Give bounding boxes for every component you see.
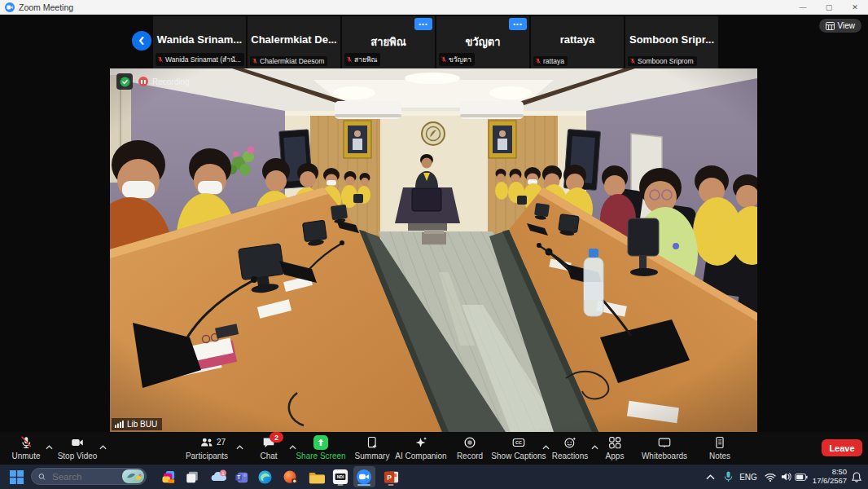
- participant-tile[interactable]: Wanida Srinam... Wanida Srinamat (สำนั..…: [153, 16, 247, 68]
- svg-text:NDI: NDI: [337, 474, 344, 479]
- mic-muted-icon: [629, 58, 636, 64]
- mic-muted-icon: [19, 435, 33, 450]
- record-icon: [462, 435, 477, 450]
- view-button[interactable]: View: [819, 19, 862, 33]
- chat-badge: 2: [270, 432, 283, 443]
- tray-expand-chevron[interactable]: [702, 465, 718, 489]
- running-indicator: [338, 484, 344, 487]
- ndi-app-icon[interactable]: NDI: [331, 467, 350, 487]
- mic-muted-icon: [441, 56, 447, 63]
- leave-button[interactable]: Leave: [822, 439, 862, 456]
- photos-app-icon[interactable]: [280, 467, 300, 487]
- task-view-icon[interactable]: [182, 467, 202, 487]
- tile-more-button[interactable]: •••: [509, 18, 527, 30]
- participant-tile[interactable]: Somboon Sripr... Somboon Sriprom: [625, 16, 719, 68]
- wifi-icon[interactable]: [762, 465, 778, 489]
- notifications-bell-icon[interactable]: [848, 465, 865, 489]
- reactions-icon: [563, 435, 577, 450]
- recording-pause-icon: [138, 77, 148, 86]
- powerpoint-icon[interactable]: P: [381, 467, 401, 487]
- minimize-icon[interactable]: —: [790, 0, 816, 14]
- edge-browser-icon[interactable]: [255, 467, 274, 487]
- speaker-name: Lib BUU: [127, 420, 157, 429]
- title-bar: Zoom Meeting — ▢ ✕: [0, 0, 868, 15]
- participant-tile[interactable]: rattaya rattaya: [531, 16, 625, 68]
- main-speaker-video: Recording Lib BUU: [110, 68, 757, 432]
- maximize-icon[interactable]: ▢: [816, 0, 842, 14]
- audio-level-icon: [115, 421, 124, 428]
- participants-count: 27: [217, 438, 226, 447]
- meeting-area: Wanida Srinam... Wanida Srinamat (สำนั..…: [0, 15, 868, 465]
- close-icon[interactable]: ✕: [842, 0, 868, 14]
- start-button[interactable]: [7, 467, 26, 487]
- captions-icon: CC: [511, 435, 526, 450]
- participant-name: สายพิณ: [342, 33, 435, 51]
- recording-label: Recording: [152, 77, 190, 86]
- participant-tile[interactable]: Chalermkiat De... Chalermkiat Deesom: [248, 16, 341, 68]
- language-indicator[interactable]: ENG: [738, 465, 759, 489]
- battery-icon[interactable]: [792, 465, 810, 489]
- mic-muted-icon: [346, 56, 353, 63]
- participant-label: rattaya: [533, 56, 568, 66]
- meeting-room-scene: [110, 68, 757, 432]
- notes-icon: [712, 435, 727, 450]
- svg-text:T: T: [237, 474, 240, 480]
- ai-companion-icon: [414, 435, 428, 450]
- video-overlay-top: Recording: [116, 73, 190, 90]
- svg-text:P: P: [387, 474, 392, 482]
- participant-name: Chalermkiat De...: [248, 33, 340, 46]
- active-speaker-chip: Lib BUU: [112, 418, 162, 430]
- participant-name: Somboon Sripr...: [625, 33, 718, 46]
- window-title: Zoom Meeting: [19, 2, 73, 12]
- svg-text:1: 1: [221, 471, 224, 476]
- video-options-chevron[interactable]: [99, 438, 107, 453]
- svg-text:CC: CC: [515, 440, 522, 445]
- search-input[interactable]: [50, 471, 117, 482]
- mic-muted-icon: [157, 56, 164, 63]
- participant-tile[interactable]: ••• ขวัญตา ขวัญตา: [436, 16, 530, 68]
- participant-label: Somboon Sriprom: [628, 56, 697, 66]
- teams-icon[interactable]: T: [232, 467, 252, 487]
- search-icon: [38, 472, 46, 482]
- participant-label: Wanida Srinamat (สำนั...: [156, 53, 244, 66]
- zoom-taskbar-icon[interactable]: [354, 467, 374, 487]
- tile-more-button[interactable]: •••: [414, 18, 432, 30]
- volume-icon[interactable]: [778, 465, 794, 489]
- tray-microphone-icon[interactable]: [720, 465, 736, 489]
- participant-label: สายพิณ: [344, 53, 380, 66]
- mic-muted-icon: [535, 58, 541, 64]
- notes-button[interactable]: Notes: [683, 435, 756, 460]
- running-indicator-active: [357, 484, 370, 487]
- zoom-meeting-window: Zoom Meeting — ▢ ✕ Wanida Srinam... Wani…: [0, 0, 868, 489]
- participant-label: Chalermkiat Deesom: [250, 56, 327, 66]
- windows-taskbar: 1 T NDI P ENG: [0, 465, 868, 489]
- recording-indicator[interactable]: Recording: [138, 77, 190, 86]
- search-highlight-image[interactable]: [122, 469, 144, 483]
- onedrive-cloud-icon[interactable]: 1: [208, 467, 228, 487]
- participant-tile[interactable]: ••• สายพิณ สายพิณ: [342, 16, 436, 68]
- clock-date[interactable]: 8:50 17/6/2567: [811, 465, 848, 489]
- filmstrip-back-button[interactable]: [132, 31, 151, 51]
- grid-view-icon: [826, 22, 835, 30]
- running-indicator: [388, 484, 394, 487]
- whiteboard-icon: [657, 435, 672, 450]
- taskbar-search[interactable]: [31, 468, 147, 485]
- camera-icon: [70, 435, 85, 450]
- microsoft-365-icon[interactable]: [159, 467, 178, 487]
- participant-name: ขวัญตา: [436, 33, 529, 51]
- participants-icon: 27: [199, 435, 214, 450]
- tray-date: 17/6/2567: [813, 477, 847, 486]
- security-shield-icon[interactable]: [116, 73, 133, 90]
- participant-name: Wanida Srinam...: [153, 33, 246, 46]
- window-controls: — ▢ ✕: [790, 0, 868, 14]
- apps-icon: [607, 435, 622, 450]
- participant-name: rattaya: [531, 33, 624, 46]
- share-screen-icon: [313, 435, 328, 450]
- file-explorer-icon[interactable]: [307, 467, 327, 487]
- mic-muted-icon: [252, 58, 258, 64]
- summary-icon: [365, 435, 379, 450]
- participant-label: ขวัญตา: [439, 53, 475, 66]
- zoom-app-icon: [5, 2, 15, 12]
- zoom-toolbar: Unmute Stop Video 27 Participants 2 Chat: [0, 432, 868, 465]
- chat-icon: 2: [261, 435, 276, 450]
